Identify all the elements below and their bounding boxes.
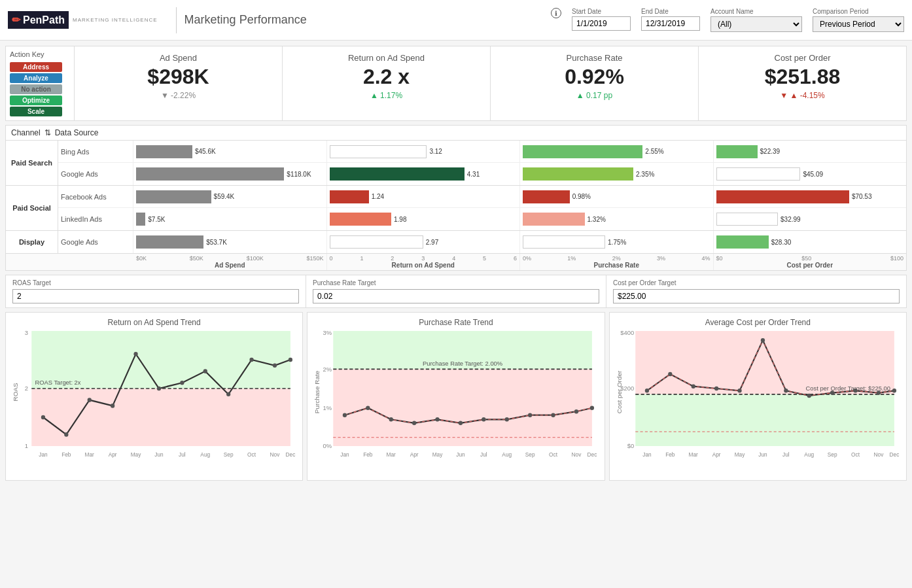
x-label: May — [734, 451, 745, 458]
logo-subtitle: MARKETING INTELLIGENCE — [73, 17, 158, 23]
facebook-roas: 1.24 — [327, 186, 521, 207]
x-label: Jan — [642, 451, 652, 458]
datasource-col-header: Data Source — [55, 128, 99, 137]
comparison-select[interactable]: Previous Period — [813, 16, 904, 32]
bar-label: $7.5K — [148, 216, 165, 223]
y-axis-title-pr: Purchase Rate — [314, 371, 321, 413]
pr-dot — [528, 413, 532, 417]
end-date-input[interactable] — [641, 16, 700, 31]
kpi-cpo-change: ▲ -4.15% — [709, 91, 896, 100]
display-ad-spend: $53.7K — [133, 231, 327, 253]
x-label: Jun — [154, 451, 164, 458]
roas-dot — [180, 381, 184, 385]
y-axis-title-cpo: Cost per Order — [616, 370, 623, 413]
axis-label: 1 — [360, 255, 363, 262]
x-label: Jun — [758, 451, 767, 458]
axis-roas: 0 1 2 3 4 5 6 Return on Ad Spend — [327, 254, 521, 270]
bar — [716, 190, 849, 203]
axis-title-ad-spend: Ad Spend — [136, 262, 324, 269]
bar-label: $22.39 — [760, 148, 780, 155]
x-label: May — [432, 451, 443, 458]
account-group: Account Name (All) — [710, 8, 802, 32]
facebook-cpo: $70.53 — [714, 186, 907, 207]
paid-social-sources: Facebook Ads $59.4K 1.24 0.98% — [58, 186, 906, 230]
x-label: Apr — [712, 451, 720, 458]
axis-label: 3% — [657, 255, 665, 262]
pr-target-label-chart: Purchase Rate Target: 2.00% — [423, 360, 502, 367]
roas-dot — [88, 398, 92, 402]
roas-trend-title: Return on Ad Spend Trend — [11, 318, 297, 327]
y-label: $0 — [627, 442, 633, 449]
roas-target-group: ROAS Target — [6, 275, 306, 307]
kpi-cpo-value: $251.88 — [709, 65, 896, 88]
x-label: Mar — [85, 451, 94, 458]
axis-title-purchase-rate: Purchase Rate — [523, 262, 710, 269]
axis-label: 0% — [523, 255, 531, 262]
purchase-rate-trend-svg: Purchase Rate Target: 2.00% — [313, 331, 599, 475]
pr-dot — [389, 417, 393, 422]
info-icon[interactable]: ℹ — [551, 8, 561, 18]
bar-label: $45.09 — [803, 171, 823, 178]
bar-label: 2.97 — [426, 239, 438, 246]
kpi-purchase-rate-change: 0.17 pp — [501, 91, 688, 100]
purchase-rate-target-label: Purchase Rate Target — [313, 279, 599, 286]
badge-address: Address — [10, 62, 62, 72]
roas-target-input[interactable] — [12, 289, 299, 303]
roas-target-label: ROAS Target — [12, 279, 299, 286]
bar — [716, 213, 779, 226]
bar — [136, 190, 211, 203]
bar — [523, 167, 633, 181]
channel-name-display: Display — [6, 231, 58, 253]
bar-label: $28.30 — [771, 239, 792, 246]
bar-label: $45.6K — [195, 148, 216, 155]
pr-dot — [412, 421, 416, 426]
bar-label: 4.31 — [467, 171, 480, 178]
y-label: 0% — [323, 442, 332, 449]
kpi-purchase-rate-title: Purchase Rate — [501, 53, 688, 63]
filter-icon[interactable]: ⇅ — [44, 128, 51, 137]
google-search-purchase-rate: 2.35% — [520, 163, 714, 185]
roas-trend-svg: ROAS Target: 2x — [11, 331, 297, 475]
pr-dot — [482, 417, 486, 422]
x-label: Mar — [387, 451, 396, 458]
cpo-dot — [760, 338, 764, 343]
channel-name-paid-search: Paid Search — [6, 141, 58, 185]
bar-label: $32.99 — [780, 216, 801, 223]
cpo-trend-svg: Cost per Order Target: $225.00 — [615, 331, 901, 475]
account-select[interactable]: (All) — [710, 16, 802, 32]
cpo-trend-title: Average Cost per Order Trend — [615, 318, 901, 327]
green-region-mid — [635, 394, 894, 446]
axis-ad-spend: $0K $50K $100K $150K Ad Spend — [133, 254, 327, 270]
axis-title-roas: Return on Ad Spend — [330, 262, 517, 269]
channel-group-paid-search: Paid Search Bing Ads $45.6K 3.12 — [6, 141, 906, 186]
google-search-roas: 4.31 — [327, 163, 521, 185]
axis-label: $0 — [716, 255, 723, 262]
x-label: Sep — [224, 451, 234, 458]
axis-spacer — [6, 254, 133, 270]
x-label: Aug — [804, 451, 814, 458]
source-google-ads-display: Google Ads — [58, 231, 133, 253]
start-date-input[interactable] — [572, 16, 631, 31]
bar-label: 1.24 — [372, 193, 384, 200]
cpo-dot — [876, 390, 880, 395]
bing-roas: 3.12 — [327, 141, 521, 162]
purchase-rate-target-input[interactable] — [313, 289, 599, 303]
x-label: Dec — [588, 451, 597, 458]
y-label: 3 — [25, 331, 28, 336]
roas-trend-card: Return on Ad Spend Trend ROAS Target: 2x — [5, 312, 303, 481]
bar — [716, 167, 801, 181]
roas-dot — [226, 392, 230, 397]
linkedin-roas: 1.98 — [327, 208, 521, 230]
x-label: Oct — [851, 451, 860, 458]
pr-dot — [343, 413, 347, 417]
start-date-group: Start Date — [572, 8, 631, 31]
google-search-ad-spend: $118.0K — [133, 163, 327, 185]
axis-label: $150K — [306, 255, 323, 262]
bar — [716, 235, 769, 249]
cpo-target-input[interactable] — [613, 289, 900, 303]
page-title: Marketing Performance — [184, 13, 551, 27]
logo-box: ✏ PenPath — [8, 11, 69, 29]
display-sources: Google Ads $53.7K 2.97 1.75% — [58, 231, 906, 253]
y-label: 3% — [323, 331, 332, 336]
x-label: Feb — [61, 451, 71, 458]
